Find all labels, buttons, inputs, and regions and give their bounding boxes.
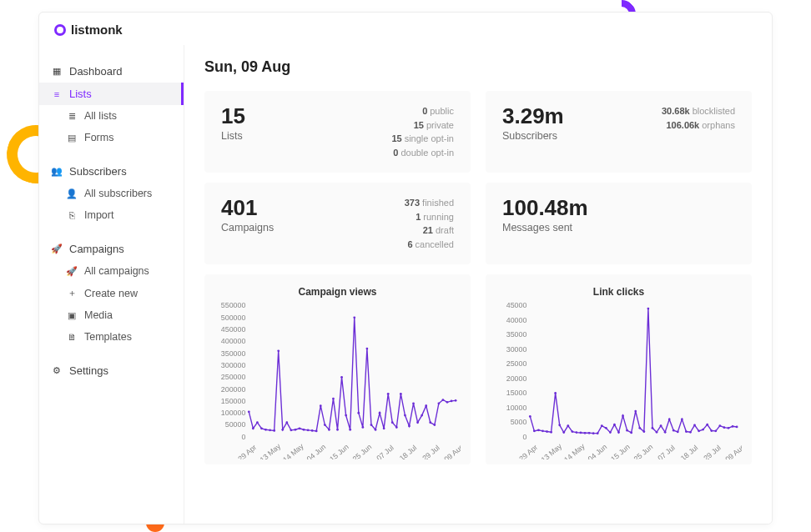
stat-detail-label: public <box>430 106 454 116</box>
xtick-label: 18 Jul <box>679 444 700 459</box>
stat-label: Subscribers <box>502 130 564 142</box>
chart-series-point <box>706 424 708 426</box>
chart-series-point <box>395 426 398 429</box>
sidebar-item-all-campaigns[interactable]: 🚀 All campaigns <box>39 260 184 282</box>
lists-icon: ≡ <box>51 89 63 99</box>
sidebar-label: Subscribers <box>69 165 127 178</box>
chart-series-point <box>626 429 628 432</box>
chart-canvas: 0500010000150002000025000300003500040000… <box>496 301 742 459</box>
chart-series-point <box>349 429 351 431</box>
sidebar-label: Settings <box>69 364 108 377</box>
ytick-label: 30000 <box>506 345 527 354</box>
chart-series-point <box>324 424 326 426</box>
chart-title: Campaign views <box>214 286 461 298</box>
chart-series-point <box>361 426 364 429</box>
chart-series-point <box>613 424 616 426</box>
sidebar-item-subscribers[interactable]: 👥 Subscribers <box>39 160 184 183</box>
chart-series-point <box>681 418 683 420</box>
ytick-label: 0 <box>522 433 526 441</box>
chart-series-point <box>404 414 406 417</box>
chart-svg: 0500010000150002000025000300003500040000… <box>496 301 742 459</box>
chart-series-point <box>580 432 582 434</box>
chart-series-point <box>584 432 587 434</box>
templates-icon: 🗎 <box>66 332 78 342</box>
ytick-label: 25000 <box>506 359 527 368</box>
chart-series-point <box>320 404 322 407</box>
xtick-label: 15 Jun <box>328 443 350 459</box>
ytick-label: 35000 <box>506 330 527 339</box>
chart-series-point <box>408 425 411 428</box>
main-content: Sun, 09 Aug 15 Lists 0public15private15s… <box>184 45 772 524</box>
stat-detail-count: 30.68k <box>662 106 690 116</box>
stat-detail-count: 21 <box>423 225 433 235</box>
chart-series-point <box>622 414 624 417</box>
chart-series-point <box>455 399 457 402</box>
chart-series-point <box>332 398 335 400</box>
sidebar-item-campaigns[interactable]: 🚀 Campaigns <box>39 238 184 260</box>
logo-text: listmonk <box>71 23 123 37</box>
chart-series-point <box>285 421 288 424</box>
chart-series-point <box>546 430 548 433</box>
chart-series-point <box>336 429 339 431</box>
stat-card-subscribers: 3.29m Subscribers 30.68kblocklisted106.0… <box>486 91 752 173</box>
chart-series-point <box>311 429 314 432</box>
ytick-label: 200000 <box>221 385 246 394</box>
ytick-label: 45000 <box>506 301 527 309</box>
chart-series-point <box>260 427 263 429</box>
chart-series-point <box>693 424 696 426</box>
stat-card-messages: 100.48m Messages sent <box>486 183 752 264</box>
sidebar-item-dashboard[interactable]: ▦ Dashboard <box>39 60 184 83</box>
stat-card-lists: 15 Lists 0public15private15single opt-in… <box>204 91 471 173</box>
chart-series-point <box>252 427 254 429</box>
xtick-label: 29 Apr <box>236 443 258 459</box>
chart-series-point <box>656 431 658 434</box>
chart-series-point <box>728 427 730 429</box>
chart-series-line <box>249 318 456 431</box>
chart-series-point <box>732 425 734 428</box>
logo-icon <box>54 24 66 36</box>
xtick-label: 25 Jun <box>632 443 655 459</box>
sidebar-item-all-subscribers[interactable]: 👤 All subscribers <box>39 183 184 204</box>
chart-series-point <box>588 432 591 434</box>
chart-series-point <box>375 429 377 431</box>
chart-series-point <box>340 376 343 379</box>
chart-series-point <box>562 431 565 434</box>
xtick-label: 07 Jul <box>375 444 395 459</box>
chart-series-point <box>303 429 305 431</box>
stat-label: Messages sent <box>502 222 588 233</box>
ytick-label: 20000 <box>506 374 527 383</box>
sidebar-item-settings[interactable]: ⚙ Settings <box>39 359 184 382</box>
sidebar-item-lists[interactable]: ≡ Lists <box>39 83 184 105</box>
app-window: listmonk ▦ Dashboard ≡ Lists ≣ All lists… <box>38 12 773 524</box>
stat-value: 100.48m <box>502 196 588 220</box>
sidebar-item-forms[interactable]: ▤ Forms <box>39 127 184 148</box>
chart-series-point <box>558 424 561 426</box>
xtick-label: 13 May <box>540 442 564 459</box>
chart-series-point <box>630 432 632 434</box>
chart-series-point <box>295 429 297 431</box>
stat-detail-label: single opt-in <box>405 133 454 143</box>
campaigns-icon: 🚀 <box>51 243 63 254</box>
sidebar-label: All lists <box>84 110 117 122</box>
chart-series-point <box>592 432 595 434</box>
chart-series-point <box>451 400 453 403</box>
xtick-label: 09 Aug <box>442 442 461 459</box>
chart-series-point <box>370 424 373 426</box>
stat-details-subscribers: 30.68kblocklisted106.06korphans <box>662 104 735 159</box>
chart-series-point <box>718 424 721 427</box>
chart-series-point <box>269 429 271 431</box>
sidebar-item-media[interactable]: ▣ Media <box>39 304 184 326</box>
chart-series-point <box>634 410 637 413</box>
chart-series-point <box>248 410 250 413</box>
sidebar-item-all-lists[interactable]: ≣ All lists <box>39 105 184 127</box>
xtick-label: 14 May <box>281 442 305 459</box>
chart-series-point <box>281 429 284 431</box>
chart-series-point <box>529 415 531 418</box>
chart-series-point <box>576 431 578 434</box>
sidebar-item-create-new[interactable]: ＋ Create new <box>39 282 184 304</box>
sidebar-item-import[interactable]: ⎘ Import <box>39 204 184 226</box>
stat-detail-count: 15 <box>414 120 424 130</box>
chart-series-point <box>702 429 704 431</box>
sidebar-item-templates[interactable]: 🗎 Templates <box>39 326 184 348</box>
sidebar-label: Create new <box>84 288 138 299</box>
